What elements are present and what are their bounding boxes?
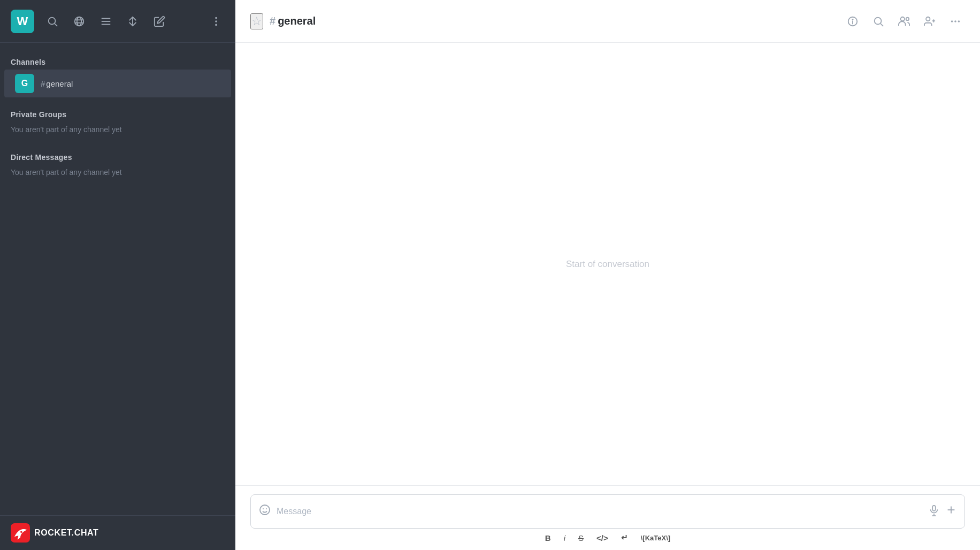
svg-point-21 — [906, 17, 909, 20]
svg-point-14 — [20, 531, 22, 533]
add-attachment-button[interactable] — [945, 504, 957, 519]
svg-point-10 — [216, 17, 217, 18]
direct-messages-section-title: Direct Messages — [0, 148, 235, 165]
svg-point-0 — [49, 17, 56, 24]
conversation-area: Start of conversation — [235, 43, 980, 485]
return-button[interactable]: ↵ — [621, 533, 628, 543]
svg-line-1 — [55, 24, 57, 26]
channel-general[interactable]: G #general — [4, 70, 231, 97]
private-groups-empty-text: You aren't part of any channel yet — [0, 122, 235, 140]
svg-point-2 — [75, 17, 84, 26]
code-button[interactable]: </> — [596, 533, 608, 543]
header-hash-icon: # — [270, 15, 275, 27]
svg-point-3 — [77, 17, 81, 26]
app-logo[interactable]: W — [11, 10, 34, 33]
emoji-button[interactable] — [258, 503, 271, 520]
svg-point-29 — [263, 508, 264, 509]
list-button[interactable] — [97, 13, 114, 30]
sort-button[interactable] — [124, 13, 141, 30]
main-content: ☆ #general Start of conversation — [235, 0, 980, 550]
sidebar-more-button[interactable] — [208, 13, 225, 30]
compose-button[interactable] — [151, 13, 168, 30]
mic-button[interactable] — [928, 505, 940, 519]
channel-avatar: G — [15, 74, 34, 93]
katex-button[interactable]: \[KaTeX\] — [641, 534, 670, 542]
message-toolbar: B i S </> ↵ \[KaTeX\] — [250, 529, 965, 545]
rocket-chat-brand-name: ROCKET.CHAT — [34, 528, 99, 538]
header-more-button[interactable] — [946, 12, 965, 31]
main-header: ☆ #general — [235, 0, 980, 43]
sidebar-footer: ROCKET.CHAT — [0, 515, 235, 550]
sidebar-header: W — [0, 0, 235, 43]
rocket-chat-branding: ROCKET.CHAT — [11, 523, 99, 543]
channel-hash-icon: # — [41, 79, 45, 88]
header-search-button[interactable] — [869, 12, 888, 31]
bold-button[interactable]: B — [545, 533, 551, 543]
svg-rect-31 — [932, 505, 936, 510]
svg-point-12 — [216, 24, 217, 25]
conversation-start-label: Start of conversation — [566, 259, 649, 270]
italic-button[interactable]: i — [564, 533, 565, 543]
svg-point-25 — [952, 21, 953, 22]
favorite-button[interactable]: ☆ — [250, 13, 263, 29]
strikethrough-button[interactable]: S — [578, 533, 584, 543]
private-groups-section-title: Private Groups — [0, 105, 235, 122]
info-button[interactable] — [843, 12, 862, 31]
svg-point-22 — [926, 17, 930, 20]
sidebar: W Channels G #general Private Gro — [0, 0, 235, 550]
globe-button[interactable] — [71, 13, 88, 30]
svg-point-28 — [260, 505, 270, 515]
svg-line-19 — [881, 24, 883, 26]
svg-point-18 — [875, 17, 882, 24]
channel-title: #general — [270, 15, 837, 27]
channel-general-name: #general — [41, 79, 73, 88]
search-button[interactable] — [44, 13, 61, 30]
rocket-chat-logo — [11, 523, 30, 543]
message-input[interactable] — [277, 507, 923, 516]
svg-point-27 — [959, 21, 960, 22]
direct-messages-empty-text: You aren't part of any channel yet — [0, 165, 235, 183]
sidebar-content: Channels G #general Private Groups You a… — [0, 43, 235, 515]
members-button[interactable] — [894, 12, 914, 31]
svg-point-11 — [216, 21, 217, 22]
svg-point-20 — [901, 17, 905, 20]
svg-point-30 — [266, 508, 267, 509]
message-input-area: B i S </> ↵ \[KaTeX\] — [235, 485, 980, 550]
channels-section-title: Channels — [0, 52, 235, 70]
message-input-box — [250, 494, 965, 529]
svg-point-26 — [955, 21, 956, 22]
add-user-button[interactable] — [920, 12, 939, 31]
